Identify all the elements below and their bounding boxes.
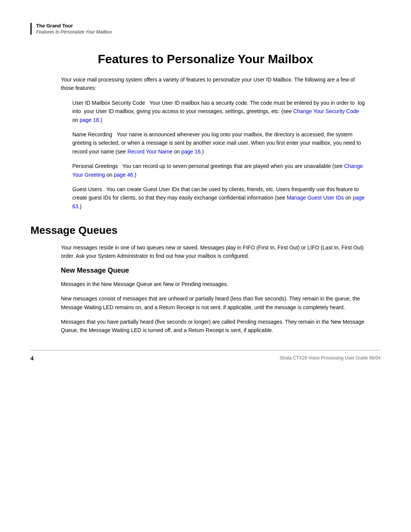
message-queues-title: Message Queues: [30, 224, 381, 236]
feature-guest-users-after: .): [78, 203, 82, 209]
features-section: Your voice mail processing system offers…: [30, 75, 381, 211]
feature-security-code-text-on: on: [72, 117, 80, 123]
feature-guest-users: Guest Users You can create Guest User ID…: [72, 185, 365, 211]
feature-name-recording: Name Recording Your name is announced wh…: [72, 130, 365, 156]
chapter-title: The Grand Tour: [36, 23, 381, 29]
feature-security-code: User ID Mailbox Security Code Your User …: [72, 99, 365, 124]
link-page-16[interactable]: page 16: [181, 149, 201, 155]
link-page-46[interactable]: page 46: [114, 172, 133, 178]
footer-divider: [30, 350, 381, 350]
new-message-queue-para-3: Messages that you have partially heard (…: [61, 318, 365, 335]
intro-paragraph: Your voice mail processing system offers…: [61, 75, 365, 93]
message-queues-intro: Your messages reside in one of two queue…: [61, 243, 365, 260]
chapter-subtitle: Features to Personalize Your Mailbox: [36, 29, 381, 35]
header-section: The Grand Tour Features to Personalize Y…: [30, 23, 381, 41]
new-message-queue-title: New Message Queue: [61, 267, 381, 275]
page-title: Features to Personalize Your Mailbox: [30, 52, 381, 66]
feature-name-recording-on: on: [172, 149, 181, 155]
link-change-your-security-code[interactable]: Change Your Security Code: [293, 108, 359, 114]
feature-name-recording-text: Name Recording Your name is announced wh…: [72, 131, 361, 155]
doc-info: Strata CTX28 Voice Processing User Guide…: [280, 355, 381, 361]
link-page-18[interactable]: page 18: [80, 117, 99, 123]
link-record-your-name[interactable]: Record Your Name: [127, 149, 172, 155]
footer: 4 Strata CTX28 Voice Processing User Gui…: [30, 355, 381, 361]
feature-name-recording-after: .): [201, 149, 204, 155]
new-message-queue-para-1: Messages in the New Message Queue are Ne…: [61, 280, 365, 288]
feature-personal-greetings: Personal Greetings You can record up to …: [72, 162, 365, 179]
feature-guest-users-on: on: [344, 195, 353, 201]
header-border: The Grand Tour Features to Personalize Y…: [30, 23, 381, 35]
feature-security-code-text-after: .): [99, 117, 102, 123]
message-queues-section: Message Queues Your messages reside in o…: [30, 224, 381, 335]
new-message-queue-para-2: New messages consist of messages that ar…: [61, 294, 365, 312]
feature-personal-greetings-on: on: [105, 172, 114, 178]
feature-personal-greetings-after: .): [133, 172, 137, 178]
link-manage-guest-user-ids[interactable]: Manage Guest User IDs: [287, 195, 344, 201]
feature-personal-greetings-text: Personal Greetings You can record up to …: [72, 163, 344, 169]
page-container: The Grand Tour Features to Personalize Y…: [0, 0, 411, 532]
page-number: 4: [30, 355, 33, 361]
